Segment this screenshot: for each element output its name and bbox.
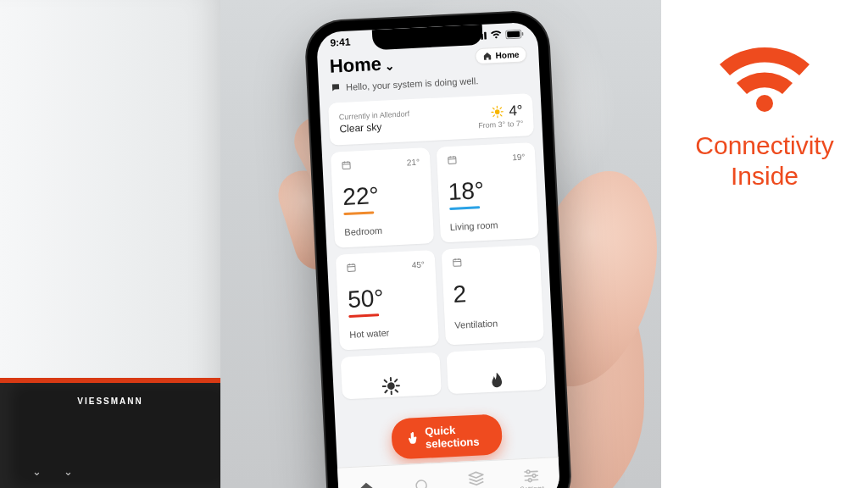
brand-logo: VIESSMANN	[77, 396, 142, 406]
svg-rect-6	[522, 31, 524, 35]
greeting-text: Hello, your system is doing well.	[346, 75, 479, 92]
svg-line-40	[395, 380, 397, 381]
svg-point-41	[416, 480, 427, 488]
svg-point-32	[387, 382, 395, 390]
svg-line-39	[386, 391, 387, 392]
svg-rect-3	[484, 32, 487, 40]
tile-target-temp: 45°	[411, 259, 425, 269]
status-time: 9:41	[330, 36, 351, 48]
chat-bubble-icon	[331, 82, 342, 93]
phone-mockup: 9:41 Home ⌄	[305, 11, 570, 488]
tile-current-temp: 50°	[348, 285, 385, 318]
quick-selections-button[interactable]: Quick selections	[391, 413, 504, 459]
sun-icon	[490, 105, 504, 119]
tab-third[interactable]: …tions	[448, 469, 505, 488]
svg-rect-28	[453, 259, 460, 266]
weather-card[interactable]: Currently in Allendorf Clear sky 4° From…	[328, 93, 534, 146]
chevron-down-icon: ⌄	[385, 58, 396, 73]
svg-line-12	[492, 108, 494, 109]
tile-extra-left[interactable]	[341, 352, 442, 400]
wifi-icon	[490, 30, 502, 40]
promo-line-2: Inside	[695, 161, 833, 191]
tab-settings[interactable]: Settings	[504, 467, 560, 488]
tile-current-temp: 18°	[448, 177, 485, 210]
tile-target-temp: 21°	[407, 157, 420, 167]
svg-point-48	[756, 95, 773, 112]
quick-selections-label: Quick selections	[425, 422, 487, 451]
tap-icon	[406, 431, 419, 446]
chevron-down-icon: ⌄	[64, 465, 73, 478]
tile-label: Bedroom	[344, 224, 423, 238]
tab-second[interactable]	[393, 476, 449, 488]
location-selector[interactable]: Home ⌄	[329, 53, 395, 78]
svg-point-43	[527, 470, 531, 474]
battery-icon	[505, 29, 525, 39]
sliders-icon	[523, 468, 541, 484]
svg-rect-20	[448, 157, 455, 164]
tile-extra-right[interactable]	[446, 347, 547, 395]
svg-point-45	[533, 474, 537, 478]
weather-range: From 3° to 7°	[478, 119, 524, 130]
wifi-logo-icon	[714, 41, 815, 117]
home-chip-label: Home	[495, 50, 519, 60]
app-header: Home ⌄ Home Hello, your system is doing	[317, 41, 540, 97]
tab-home[interactable]	[338, 479, 394, 488]
svg-point-7	[494, 109, 499, 114]
tile-label: Ventilation	[454, 316, 533, 330]
svg-line-38	[396, 390, 398, 391]
home-chip[interactable]: Home	[475, 46, 527, 64]
connectivity-promo: Connectivity Inside	[661, 0, 868, 488]
placeholder-icon	[414, 477, 430, 488]
svg-rect-24	[348, 264, 355, 271]
tile-hot-water[interactable]: 45° 50° Hot water	[336, 250, 439, 351]
house-icon	[482, 51, 492, 61]
stack-icon	[467, 470, 485, 486]
appliance-arrow-controls: ⌄ ⌄	[32, 465, 73, 478]
chevron-down-icon: ⌄	[32, 465, 42, 478]
svg-line-15	[500, 108, 502, 109]
tab-label: Settings	[520, 485, 544, 488]
tile-target-temp: 19°	[512, 152, 526, 162]
tile-label: Hot water	[349, 325, 428, 340]
tile-current-temp: 22°	[342, 182, 380, 215]
tile-current-level: 2	[453, 280, 467, 308]
svg-line-13	[500, 114, 502, 116]
weather-condition: Clear sky	[339, 119, 410, 135]
tile-label: Living room	[449, 218, 528, 232]
promo-line-1: Connectivity	[695, 130, 833, 161]
page-title: Home	[329, 53, 381, 78]
svg-rect-16	[342, 162, 350, 169]
sun-icon	[381, 376, 401, 396]
house-icon	[357, 480, 375, 488]
tile-ventilation[interactable]: 2 Ventilation	[441, 245, 544, 346]
schedule-icon	[452, 257, 463, 268]
svg-rect-5	[507, 30, 520, 37]
flame-icon	[487, 371, 505, 392]
appliance-panel: VIESSMANN ⌄ ⌄	[0, 0, 220, 488]
phone-screen: 9:41 Home ⌄	[316, 22, 560, 488]
tile-living-room[interactable]: 19° 18° Living room	[436, 142, 539, 243]
schedule-icon	[447, 155, 458, 166]
bottom-tab-bar: …tions Settings	[337, 457, 560, 488]
svg-line-37	[385, 380, 387, 382]
svg-line-14	[493, 115, 495, 117]
schedule-icon	[341, 160, 352, 171]
weather-temp: 4°	[509, 103, 523, 120]
schedule-icon	[346, 262, 357, 273]
svg-point-47	[529, 479, 532, 482]
tile-bedroom[interactable]: 21° 22° Bedroom	[331, 147, 434, 248]
appliance-control-strip: VIESSMANN ⌄ ⌄	[0, 378, 220, 488]
